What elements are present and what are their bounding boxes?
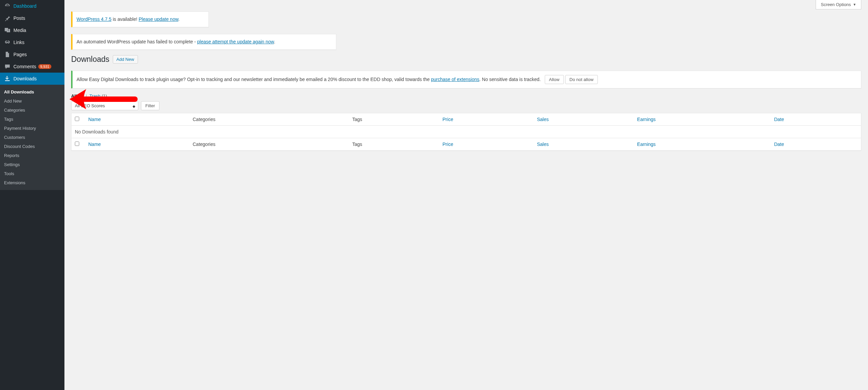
select-all-top-checkbox[interactable] xyxy=(75,117,79,121)
col-date-foot[interactable]: Date xyxy=(771,138,861,150)
filter-button[interactable]: Filter xyxy=(141,101,159,110)
sidebar-item-label: Downloads xyxy=(13,76,37,81)
do-not-allow-button[interactable]: Do not allow xyxy=(565,75,598,84)
sidebar-item-posts[interactable]: Posts xyxy=(0,12,64,24)
empty-message: No Downloads found xyxy=(71,126,861,138)
wp-version-link[interactable]: WordPress 4.7.5 xyxy=(76,17,112,22)
sidebar-item-comments[interactable]: Comments 9,931 xyxy=(0,60,64,73)
comment-icon xyxy=(4,63,11,70)
pin-icon xyxy=(4,15,11,22)
col-date[interactable]: Date xyxy=(771,113,861,126)
list-filter-links: All (0) | Trash (1) xyxy=(71,93,861,99)
sidebar-item-label: Dashboard xyxy=(13,3,37,9)
col-sales-foot[interactable]: Sales xyxy=(534,138,634,150)
sidebar-item-downloads[interactable]: Downloads xyxy=(0,73,64,85)
allow-button[interactable]: Allow xyxy=(545,75,564,84)
attempt-update-link[interactable]: please attempt the update again now xyxy=(197,39,274,45)
add-new-button[interactable]: Add New xyxy=(113,55,138,63)
comments-count-badge: 9,931 xyxy=(38,64,52,69)
link-icon xyxy=(4,39,11,46)
submenu-item-all-downloads[interactable]: All Downloads xyxy=(0,87,64,96)
filter-all[interactable]: All (0) xyxy=(71,93,83,99)
sidebar-submenu: All Downloads Add New Categories Tags Pa… xyxy=(0,85,64,190)
col-categories: Categories xyxy=(189,113,349,126)
submenu-item-extensions[interactable]: Extensions xyxy=(0,178,64,187)
filter-trash[interactable]: Trash (1) xyxy=(90,93,107,99)
sidebar-item-label: Comments xyxy=(13,64,36,69)
col-tags-foot: Tags xyxy=(349,138,439,150)
submenu-item-add-new[interactable]: Add New xyxy=(0,96,64,106)
screen-options-toggle[interactable]: Screen Options ▼ xyxy=(816,0,861,9)
col-price[interactable]: Price xyxy=(439,113,533,126)
sidebar-item-dashboard[interactable]: Dashboard xyxy=(0,0,64,12)
col-name-foot[interactable]: Name xyxy=(85,138,189,150)
submenu-item-discount-codes[interactable]: Discount Codes xyxy=(0,142,64,151)
submenu-item-customers[interactable]: Customers xyxy=(0,133,64,142)
col-earnings-foot[interactable]: Earnings xyxy=(634,138,771,150)
col-categories-foot: Categories xyxy=(189,138,349,150)
main-content: Screen Options ▼ WordPress 4.7.5 is avai… xyxy=(64,0,868,390)
col-tags: Tags xyxy=(349,113,439,126)
col-sales[interactable]: Sales xyxy=(534,113,634,126)
media-icon xyxy=(4,27,11,34)
col-name[interactable]: Name xyxy=(85,113,189,126)
download-icon xyxy=(4,75,11,82)
select-all-bottom-checkbox[interactable] xyxy=(75,142,79,146)
submenu-item-reports[interactable]: Reports xyxy=(0,151,64,160)
submenu-item-tags[interactable]: Tags xyxy=(0,115,64,124)
page-title: Downloads xyxy=(71,55,110,64)
submenu-item-payment-history[interactable]: Payment History xyxy=(0,124,64,133)
dashboard-icon xyxy=(4,3,11,9)
sidebar-item-links[interactable]: Links xyxy=(0,36,64,49)
update-now-link[interactable]: Please update now xyxy=(138,17,178,22)
submenu-item-tools[interactable]: Tools xyxy=(0,169,64,178)
sidebar-item-label: Posts xyxy=(13,16,25,21)
notice-update-failed: An automated WordPress update has failed… xyxy=(71,34,336,50)
notice-tracking-optin: Allow Easy Digital Downloads to track pl… xyxy=(71,71,861,88)
submenu-item-categories[interactable]: Categories xyxy=(0,106,64,115)
sidebar-item-label: Pages xyxy=(13,52,27,57)
col-earnings[interactable]: Earnings xyxy=(634,113,771,126)
sidebar-item-label: Media xyxy=(13,28,26,33)
sidebar-item-pages[interactable]: Pages xyxy=(0,49,64,60)
purchase-extensions-link[interactable]: purchase of extensions xyxy=(431,77,479,82)
admin-sidebar: Dashboard Posts Media Links Pages Commen… xyxy=(0,0,64,390)
sidebar-item-media[interactable]: Media xyxy=(0,24,64,36)
downloads-table: Name Categories Tags Price Sales Earning… xyxy=(71,113,861,150)
page-icon xyxy=(4,51,11,58)
submenu-item-settings[interactable]: Settings xyxy=(0,160,64,169)
col-price-foot[interactable]: Price xyxy=(439,138,533,150)
seo-scores-select[interactable]: All SEO Scores xyxy=(71,101,138,110)
notice-wp-update: WordPress 4.7.5 is available! Please upd… xyxy=(71,11,209,27)
sidebar-item-label: Links xyxy=(13,40,25,45)
chevron-down-icon: ▼ xyxy=(853,3,856,6)
